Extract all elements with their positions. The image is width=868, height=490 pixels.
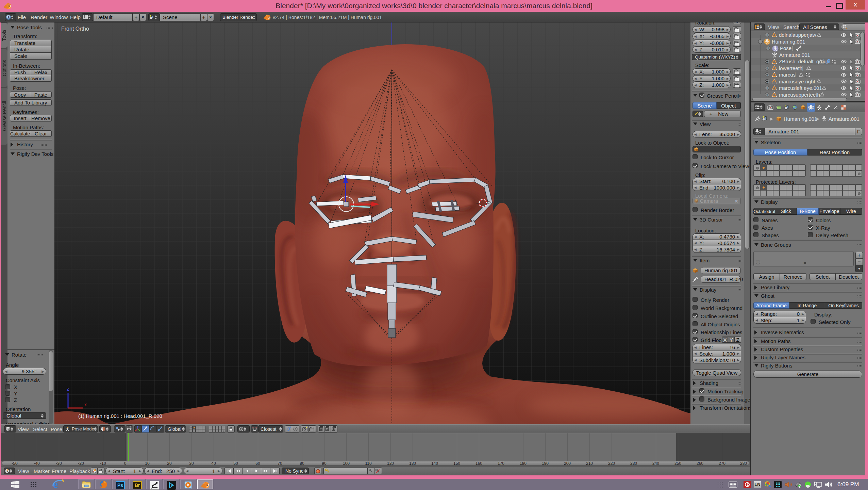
svg-text:(1) Human rig.001 : Head.001_R: (1) Human rig.001 : Head.001_R.020 [78,413,162,419]
svg-text:x: x [84,402,87,407]
svg-text:z: z [67,386,69,392]
svg-text:Front Ortho: Front Ortho [61,26,89,32]
